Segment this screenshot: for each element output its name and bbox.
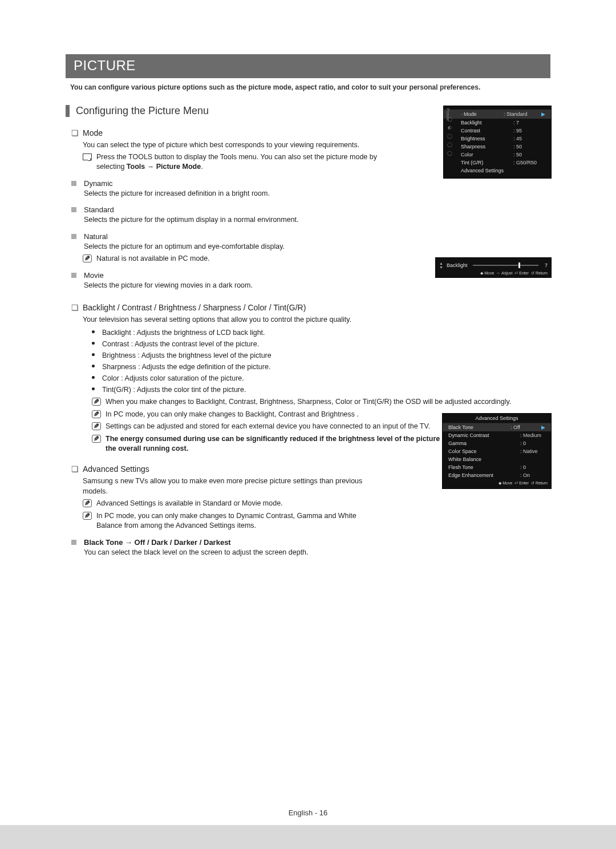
osd-row: Advanced Settings (444, 167, 551, 175)
page-footer: English - 16 (0, 808, 616, 817)
footer-bar (0, 825, 616, 849)
quality-list: Backlight : Adjusts the brightness of LC… (92, 328, 550, 395)
osd-icon: ◐ (448, 125, 452, 130)
osd-row: Edge Enhancement: On (443, 471, 551, 479)
osd-icon: ◯ (447, 116, 452, 122)
black-tone-desc: You can select the black level on the sc… (84, 548, 380, 558)
quality-heading: Backlight / Contrast / Brightness / Shar… (71, 303, 550, 312)
quality-bullet: Tint(G/R) : Adjusts the color tint of th… (92, 385, 550, 395)
osd-row: Backlight: 7 (444, 119, 551, 127)
osd-row: Color: 50 (444, 151, 551, 159)
slider-track (473, 265, 538, 266)
body: Mode You can select the type of picture … (71, 128, 550, 557)
intro-text: You can configure various picture option… (70, 83, 546, 92)
osd-row: Flesh Tone: 0 (443, 463, 551, 471)
osd-adv-title: Advanced Settings (443, 414, 551, 423)
mode-desc-natural: Selects the picture for an optimum and e… (84, 242, 380, 252)
osd-icon: ◯ (447, 134, 452, 139)
mode-desc: You can select the type of picture which… (83, 140, 391, 150)
mode-item-dynamic: Dynamic (71, 179, 550, 188)
osd-row: Gamma: 0 (443, 439, 551, 447)
quality-bullet: Backlight : Adjusts the brightness of LC… (92, 328, 550, 338)
black-tone-heading: Black Tone → Off / Dark / Darker / Darke… (71, 538, 550, 547)
arrow-right-icon: ▶ (541, 424, 545, 430)
quality-bullet: Brightness : Adjusts the brightness leve… (92, 350, 550, 361)
advanced-note: Advanced Settings is available in Standa… (83, 499, 382, 509)
arrow-right-icon: ▶ (541, 111, 545, 117)
quality-note: When you make changes to Backlight, Cont… (92, 397, 550, 407)
mode-note-natural: Natural is not available in PC mode. (83, 254, 490, 264)
quality-bullet: Contrast : Adjusts the contrast level of… (92, 339, 550, 349)
osd-row: Sharpness: 50 (444, 143, 551, 151)
advanced-note: In PC mode, you can only make changes to… (83, 511, 382, 531)
slider-value: 7 (542, 262, 548, 268)
tools-icon (83, 153, 92, 160)
slider-thumb (518, 262, 520, 268)
osd-row: Color Space: Native (443, 447, 551, 455)
quality-bullet: Color : Adjusts color saturation of the … (92, 373, 550, 383)
osd-slider-panel: ▲▼ Backlight 7 ◆ Move↔ Adjust⏎ Enter↺ Re… (436, 258, 551, 277)
osd-picture-panel: Picture ◯ ◐ ◯ ◯ ◯ Mode: Standard▶Backlig… (444, 106, 551, 178)
mode-desc-dynamic: Selects the picture for increased defini… (84, 189, 380, 199)
mode-item-standard: Standard (71, 205, 550, 214)
osd-advanced-panel: Advanced Settings Black Tone: Off▶Dynami… (443, 414, 551, 488)
osd-row: Contrast: 95 (444, 127, 551, 135)
osd-nav-hints: ◆ Move⏎ Enter↺ Return (443, 481, 551, 487)
tools-note-bold: Tools → Picture Mode (127, 163, 201, 171)
osd-row: Brightness: 45 (444, 135, 551, 143)
osd-row: Dynamic Contrast: Medium (443, 431, 551, 439)
page: PICTURE You can configure various pictur… (0, 0, 616, 849)
tools-note-suffix: . (201, 163, 202, 171)
tools-note: Press the TOOLS button to display the To… (83, 152, 393, 172)
slider-label: Backlight (447, 262, 469, 268)
osd-icon: ◯ (447, 142, 452, 147)
up-down-arrows-icon: ▲▼ (439, 261, 443, 269)
osd-side-icons: ◯ ◐ ◯ ◯ ◯ (444, 116, 455, 178)
page-title: PICTURE (66, 54, 550, 78)
osd-nav-hints: ◆ Move↔ Adjust⏎ Enter↺ Return (439, 271, 548, 276)
osd-row: Black Tone: Off▶ (443, 423, 551, 431)
quality-bullet: Sharpness : Adjusts the edge definition … (92, 362, 550, 372)
mode-desc-standard: Selects the picture for the optimum disp… (84, 215, 380, 225)
osd-icon: ◯ (447, 151, 452, 156)
osd-row: White Balance (443, 455, 551, 463)
osd-row: Mode: Standard▶ (444, 110, 551, 119)
mode-desc-movie: Selects the picture for viewing movies i… (84, 281, 380, 291)
mode-item-natural: Natural (71, 232, 550, 241)
advanced-desc: Samsung s new TVs allow you to make even… (83, 476, 368, 496)
osd-row: Tint (G/R): G50/R50 (444, 159, 551, 167)
quality-desc: Your television has several setting opti… (83, 314, 391, 325)
